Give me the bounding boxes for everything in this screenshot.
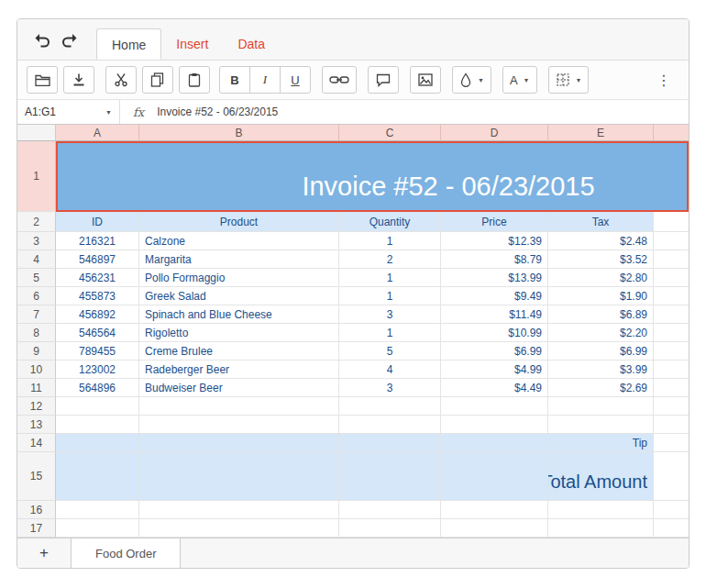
data-cell[interactable]: $8.79 (441, 250, 548, 269)
header-cell[interactable]: Price (441, 212, 548, 232)
column-header[interactable]: E (548, 125, 654, 141)
toolbar-overflow-button[interactable]: ⋮ (648, 66, 679, 94)
data-cell[interactable]: 123002 (56, 361, 139, 379)
empty-cell[interactable] (654, 361, 689, 379)
data-cell[interactable]: 2 (339, 250, 441, 269)
data-cell[interactable]: 216321 (56, 232, 139, 250)
data-cell[interactable]: Budweiser Beer (139, 379, 339, 397)
data-cell[interactable]: 3 (339, 379, 441, 397)
cut-button[interactable] (105, 66, 137, 94)
row-header[interactable]: 17 (17, 519, 56, 538)
data-cell[interactable]: $13.99 (441, 269, 548, 287)
data-cell[interactable]: 1 (339, 269, 441, 287)
data-cell[interactable]: 546564 (56, 324, 139, 342)
data-cell[interactable]: Radeberger Beer (139, 361, 339, 379)
underline-button[interactable]: U (280, 66, 311, 94)
empty-cell[interactable] (441, 519, 548, 538)
empty-cell[interactable] (654, 324, 689, 342)
header-cell[interactable]: Tax (548, 212, 654, 232)
row-header[interactable]: 4 (17, 250, 56, 269)
link-button[interactable] (322, 66, 357, 94)
empty-cell[interactable] (654, 397, 689, 416)
empty-cell[interactable] (654, 212, 689, 232)
data-cell[interactable]: $6.89 (548, 305, 654, 324)
band-cell[interactable] (339, 434, 441, 452)
add-sheet-button[interactable]: + (17, 538, 71, 568)
row-header[interactable]: 13 (17, 416, 56, 434)
row-header[interactable]: 15 (17, 452, 56, 501)
band-cell[interactable] (56, 434, 139, 452)
data-cell[interactable]: Creme Brulee (139, 342, 339, 361)
paste-button[interactable] (179, 66, 210, 94)
data-cell[interactable]: $2.69 (548, 379, 654, 397)
data-cell[interactable]: $3.52 (548, 250, 654, 269)
tab-home[interactable]: Home (96, 28, 161, 60)
data-cell[interactable]: 456892 (56, 305, 139, 324)
invoice-title-cell[interactable]: Invoice #52 - 06/23/2015 (56, 141, 689, 212)
column-header[interactable]: C (339, 125, 441, 141)
empty-cell[interactable] (548, 397, 654, 416)
empty-cell[interactable] (654, 416, 689, 434)
empty-cell[interactable] (339, 501, 441, 519)
band-cell[interactable] (441, 434, 548, 452)
empty-cell[interactable] (654, 519, 689, 538)
data-cell[interactable]: Calzone (139, 232, 339, 250)
band-cell[interactable] (441, 452, 548, 501)
empty-cell[interactable] (139, 416, 339, 434)
empty-cell[interactable] (654, 232, 689, 250)
row-header[interactable]: 9 (17, 342, 56, 361)
empty-cell[interactable] (441, 416, 548, 434)
data-cell[interactable]: $11.49 (441, 305, 548, 324)
redo-button[interactable] (56, 28, 83, 51)
row-header[interactable]: 2 (17, 212, 56, 232)
tab-insert[interactable]: Insert (161, 28, 223, 60)
row-header[interactable]: 5 (17, 269, 56, 287)
data-cell[interactable]: $2.20 (548, 324, 654, 342)
data-cell[interactable]: $6.99 (441, 342, 548, 361)
empty-cell[interactable] (56, 397, 139, 416)
data-cell[interactable]: 455873 (56, 287, 139, 305)
row-header[interactable]: 3 (17, 232, 56, 250)
empty-cell[interactable] (654, 452, 689, 501)
data-cell[interactable]: $3.99 (548, 361, 654, 379)
empty-cell[interactable] (441, 397, 548, 416)
row-header[interactable]: 7 (17, 305, 56, 324)
empty-cell[interactable] (56, 519, 139, 538)
tab-data[interactable]: Data (223, 28, 280, 60)
undo-button[interactable] (28, 28, 56, 51)
column-header[interactable]: D (441, 125, 548, 141)
export-button[interactable] (63, 66, 94, 94)
column-header[interactable]: B (139, 125, 339, 141)
column-header[interactable]: A (56, 125, 139, 141)
empty-cell[interactable] (548, 501, 654, 519)
empty-cell[interactable] (56, 501, 139, 519)
empty-cell[interactable] (654, 269, 689, 287)
background-color-button[interactable]: ▼ (452, 66, 491, 94)
data-cell[interactable]: 3 (339, 305, 441, 324)
band-cell[interactable] (339, 452, 441, 501)
empty-cell[interactable] (654, 250, 689, 269)
font-color-button[interactable]: A ▼ (502, 66, 537, 94)
data-cell[interactable]: $12.39 (441, 232, 548, 250)
image-button[interactable] (410, 66, 441, 94)
borders-button[interactable]: ▼ (548, 66, 590, 94)
header-cell[interactable]: Quantity (339, 212, 441, 232)
row-header[interactable]: 8 (17, 324, 56, 342)
data-cell[interactable]: $4.99 (441, 361, 548, 379)
row-header[interactable]: 12 (17, 397, 56, 416)
data-cell[interactable]: 1 (339, 324, 441, 342)
data-cell[interactable]: $1.90 (548, 287, 654, 305)
data-cell[interactable]: $4.49 (441, 379, 548, 397)
bold-button[interactable]: B (219, 66, 250, 94)
column-header-stub[interactable] (654, 125, 689, 141)
row-header[interactable]: 14 (17, 434, 56, 452)
data-cell[interactable]: $9.49 (441, 287, 548, 305)
band-cell[interactable] (139, 434, 339, 452)
data-cell[interactable]: $2.48 (548, 232, 654, 250)
empty-cell[interactable] (654, 305, 689, 324)
empty-cell[interactable] (139, 519, 339, 538)
data-cell[interactable]: 456231 (56, 269, 139, 287)
empty-cell[interactable] (339, 416, 441, 434)
open-button[interactable] (27, 66, 58, 94)
data-cell[interactable]: Spinach and Blue Cheese (139, 305, 339, 324)
